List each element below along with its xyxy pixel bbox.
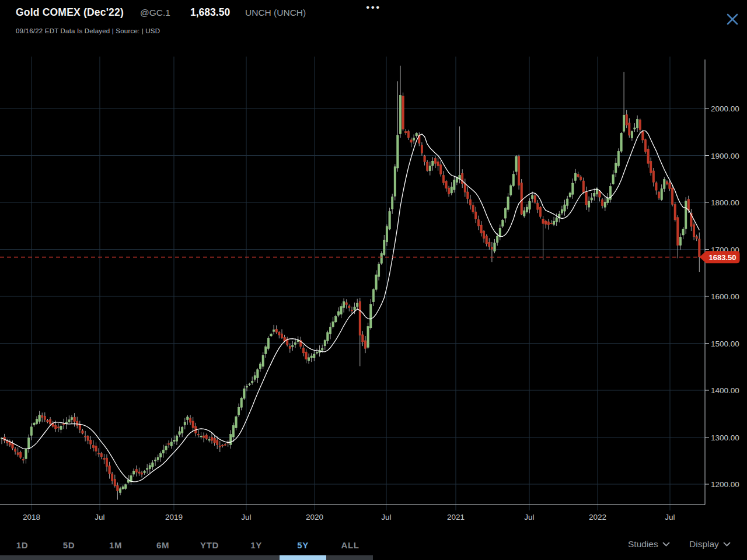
candle-up [569, 193, 571, 197]
candle-down [483, 231, 484, 238]
candle-down [90, 440, 92, 444]
candle-up [246, 386, 247, 387]
candle-up [208, 440, 210, 440]
candle-down [217, 440, 218, 445]
candle-up [661, 189, 662, 200]
y-axis-label: 1200.00 [711, 480, 739, 489]
candle-up [316, 352, 317, 354]
candle-up [574, 173, 576, 180]
candle-up [634, 128, 636, 129]
candle-down [652, 171, 654, 183]
candle-up [68, 420, 70, 422]
candle-up [381, 254, 382, 264]
range-button-5d[interactable]: 5D [46, 540, 92, 550]
candle-down [601, 200, 603, 206]
candle-down [76, 421, 78, 426]
candle-up [292, 346, 294, 347]
candle-down [87, 436, 89, 440]
candle-down [585, 191, 587, 205]
candle-up [456, 177, 458, 182]
candle-up [370, 304, 372, 328]
y-axis-label: 1900.00 [711, 152, 739, 160]
candle-down [445, 181, 447, 188]
candle-down [22, 460, 24, 461]
candle-up [416, 134, 417, 136]
candle-up [270, 334, 272, 336]
candle-up [397, 135, 399, 168]
candle-down [472, 205, 474, 212]
candle-up [354, 307, 355, 310]
candle-up [679, 237, 681, 246]
candle-down [211, 438, 212, 441]
range-scrollbar-thumb[interactable] [280, 555, 326, 560]
candle-down [224, 444, 226, 445]
candle-down [534, 195, 536, 202]
candle-up [636, 120, 638, 128]
candle-up [257, 370, 259, 378]
candle-up [184, 422, 186, 425]
candle-up [265, 346, 267, 354]
candle-down [214, 438, 215, 443]
candle-up [157, 457, 159, 460]
candle-down [699, 239, 700, 257]
candle-down [671, 188, 673, 204]
candle-up [132, 471, 134, 475]
candle-up [310, 356, 312, 358]
range-button-6m[interactable]: 6M [139, 540, 186, 550]
candle-down [97, 453, 99, 454]
candle-down [74, 417, 75, 422]
x-axis-label: 2018 [23, 513, 40, 522]
candle-up [179, 432, 180, 435]
x-axis-label: Jul [381, 513, 391, 522]
candle-up [25, 449, 27, 459]
candle-up [532, 195, 533, 199]
candle-down [138, 472, 140, 473]
display-label: Display [689, 539, 719, 550]
candle-down [14, 449, 16, 452]
candle-up [375, 275, 377, 289]
candle-down [577, 174, 579, 177]
candle-up [322, 348, 323, 350]
moving-average-line [2, 131, 699, 482]
candle-up [429, 166, 431, 171]
range-button-all[interactable]: ALL [327, 540, 374, 550]
range-button-ytd[interactable]: YTD [186, 540, 233, 550]
candle-up [510, 186, 512, 195]
candle-up [372, 289, 374, 302]
range-button-1d[interactable]: 1D [0, 540, 46, 550]
candle-up [685, 201, 687, 229]
y-axis-label: 2000.00 [711, 104, 739, 113]
display-button[interactable]: Display [687, 538, 733, 551]
candle-down [437, 162, 439, 166]
y-axis-label: 1800.00 [711, 198, 739, 207]
candle-down [103, 459, 105, 460]
range-button-1m[interactable]: 1M [92, 540, 139, 550]
candle-down [545, 221, 547, 224]
candle-down [62, 424, 64, 424]
candle-down [100, 454, 102, 457]
candle-up [386, 226, 388, 242]
candle-down [469, 200, 471, 205]
studies-button[interactable]: Studies [626, 538, 672, 551]
candle-up [327, 332, 329, 341]
range-button-5y[interactable]: 5Y [280, 540, 326, 550]
candle-down [79, 425, 81, 429]
candle-up [502, 220, 504, 226]
candle-up [526, 207, 528, 212]
candle-down [666, 181, 668, 184]
x-axis-label: 2022 [589, 513, 606, 522]
range-scrollbar-track[interactable] [0, 555, 373, 560]
y-axis-label: 1300.00 [711, 433, 739, 442]
candle-down [599, 191, 601, 197]
range-button-1y[interactable]: 1Y [233, 540, 280, 550]
candle-up [252, 382, 253, 383]
candle-down [114, 480, 116, 486]
candle-down [141, 473, 142, 475]
candle-up [200, 436, 202, 437]
quote-chart-window: Gold COMEX (Dec'22) @GC.1 1,683.50 UNCH … [0, 0, 747, 560]
price-chart[interactable]: 2000.001900.001800.001700.001600.001500.… [0, 0, 747, 560]
x-axis-label: Jul [241, 513, 251, 522]
candle-down [345, 303, 347, 304]
candle-up [504, 209, 506, 219]
candle-down [582, 181, 584, 192]
